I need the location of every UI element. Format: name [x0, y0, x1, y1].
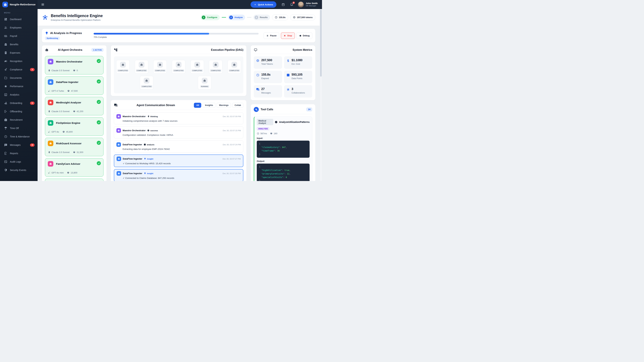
message-card[interactable]: Maestro OrchestratorthinkingDec 30, 02:0…	[114, 112, 243, 124]
agent-tokens: 31,500	[73, 151, 83, 153]
monitor-icon	[254, 48, 258, 52]
filter-all[interactable]: All	[194, 103, 201, 108]
sidebar-item-label: Time Off	[10, 127, 19, 130]
robot-icon	[213, 62, 218, 67]
sidebar-item-dashboard[interactable]: Dashboard	[0, 15, 38, 23]
message-card[interactable]: DataFlow IngesteranalysisDec 30, 02:07:2…	[114, 140, 243, 152]
dag-node[interactable]: COMPLETED	[140, 76, 153, 89]
agent-card[interactable]: MedInsight AnalyzerClaude 3.5 Sonnet42,2…	[45, 97, 104, 115]
sidebar-item-time-off[interactable]: Time Off	[0, 124, 38, 132]
pause-button[interactable]: Pause	[264, 32, 279, 39]
sidebar-item-label: Employees	[10, 26, 22, 29]
user-name: John Smith	[306, 2, 318, 5]
metric-label: Messages	[261, 92, 271, 94]
message-card[interactable]: Maestro OrchestratorsuccessDec 30, 02:07…	[114, 126, 243, 138]
agent-card[interactable]: FinOptimize EngineGPT-4o45,800	[45, 117, 104, 136]
sidebar-item-label: Expenses	[10, 51, 20, 54]
tool-calls-count-badge: 24	[306, 107, 312, 111]
stop-button[interactable]: Stop	[281, 32, 295, 39]
scrollbar-thumb[interactable]	[320, 9, 322, 77]
dag-node[interactable]: COMPLETED	[190, 60, 204, 73]
sidebar-item-onboarding[interactable]: Onboarding6	[0, 99, 38, 107]
dag-node[interactable]: COMPLETED	[116, 60, 130, 73]
dag-node[interactable]: COMPLETED	[135, 60, 148, 73]
sidebar-item-performance[interactable]: Performance	[0, 82, 38, 90]
user-avatar[interactable]	[298, 1, 304, 7]
dag-node[interactable]: COMPLETED	[228, 60, 241, 73]
brand-block: Nexgile-RetireSense	[0, 0, 38, 9]
agent-card[interactable]: RiskGuard AssessorClaude 3.5 Sonnet31,50…	[45, 138, 104, 156]
notifications-button[interactable]: 8	[290, 2, 294, 7]
dag-container: COMPLETEDCOMPLETEDCOMPLETEDCOMPLETEDCOMP…	[114, 56, 243, 93]
people-icon	[4, 26, 8, 29]
sidebar-item-recruitment[interactable]: Recruitment	[0, 116, 38, 124]
sidebar-item-employees[interactable]: Employees	[0, 23, 38, 32]
sidebar-item-analytics[interactable]: Analytics	[0, 90, 38, 99]
step-analyze[interactable]: 2Analyze	[228, 14, 245, 20]
briefcase-icon	[4, 118, 8, 121]
menu-toggle-icon[interactable]	[41, 3, 44, 6]
agent-name: MedInsight Analyzer	[56, 101, 81, 104]
bug-icon	[299, 34, 302, 37]
message-text: Initializing comprehensive analysis with…	[122, 120, 241, 122]
dag-node[interactable]: RUNNING	[198, 76, 211, 89]
cube-icon	[67, 90, 70, 92]
sidebar-item-time-attendance[interactable]: Time & Attendance	[0, 132, 38, 141]
metric-value: 27	[261, 87, 271, 91]
step-connector	[222, 17, 226, 17]
sidebar-item-messages[interactable]: Messages8	[0, 141, 38, 149]
dag-node[interactable]: COMPLETED	[209, 60, 222, 73]
sidebar-item-label: Benefits	[10, 43, 18, 46]
system-metrics-panel: System Metrics 207,500Total Tokens$1.108…	[251, 45, 315, 100]
step-results[interactable]: 3Results	[254, 14, 270, 20]
dag-node-status: COMPLETED	[210, 69, 221, 72]
quick-actions-button[interactable]: Quick Actions	[250, 1, 276, 8]
sparkles-icon	[48, 171, 50, 174]
sidebar-item-reports[interactable]: Reports	[0, 149, 38, 158]
sidebar-item-documents[interactable]: Documents	[0, 74, 38, 82]
pipeline-title: Execution Pipeline (DAG)	[211, 48, 243, 51]
sidebar-item-compliance[interactable]: Compliance3	[0, 65, 38, 74]
filter-collab[interactable]: Collab	[232, 103, 243, 108]
dag-node[interactable]: COMPLETED	[153, 60, 167, 73]
message-card[interactable]: DataFlow IngesterinsightDec 30, 02:07:30…	[114, 169, 243, 181]
analysis-progress-banner: AI Analysis in Progress Synthesizing 70%…	[42, 29, 315, 42]
agent-card[interactable]: FamilyCare AdvisorGPT-4o mini13,800	[45, 158, 104, 177]
sidebar-item-benefits[interactable]: Benefits	[0, 40, 38, 49]
sidebar-item-recognition[interactable]: Recognition	[0, 57, 38, 65]
agent-tokens: 13,800	[67, 171, 77, 174]
sidebar-item-audit-logs[interactable]: Audit Logs	[0, 158, 38, 166]
message-type-badge: insight	[144, 172, 153, 174]
sidebar-item-badge: 3	[30, 68, 34, 71]
tool-name: AnalyzeUtilizationPatterns	[279, 121, 310, 123]
agent-card[interactable]: DataFlow IngesterGPT-4 Turbo47,500	[45, 76, 104, 95]
dag-node-status: COMPLETED	[228, 69, 240, 72]
cube-icon	[270, 132, 272, 135]
filter-insights[interactable]: Insights	[202, 103, 215, 108]
main-scrollbar[interactable]	[320, 9, 322, 181]
message-card[interactable]: DataFlow IngesterinsightDec 30, 02:07:27…	[114, 155, 243, 167]
sidebar-item-expenses[interactable]: Expenses	[0, 49, 38, 57]
agent-card[interactable]: Maestro OrchestratorClaude 3.5 Sonnet0	[45, 56, 104, 74]
sidebar-item-payroll[interactable]: Payroll	[0, 32, 38, 40]
agent-tokens: 42,200	[73, 110, 83, 113]
dashboard-icon	[4, 17, 8, 21]
step-configure[interactable]: 1Configure	[200, 14, 220, 20]
message-timestamp: Dec 30, 02:07:30 PM	[222, 172, 241, 174]
debug-button[interactable]: Debug	[296, 32, 312, 39]
tool-call-card[interactable]: Medical AnalystAnalyzeUtilizationPattern…	[254, 116, 312, 181]
sidebar-item-label: Recognition	[10, 60, 22, 62]
dag-node[interactable]: COMPLETED	[172, 60, 185, 73]
calendar-icon[interactable]	[282, 3, 285, 6]
sidebar-item-security-events[interactable]: Security Events	[0, 166, 38, 174]
cube-icon	[67, 171, 70, 174]
bulb-icon	[144, 172, 146, 174]
sidebar-item-offboarding[interactable]: Offboarding	[0, 107, 38, 116]
chat-icon	[4, 143, 8, 147]
agent-tokens: 47,500	[67, 90, 78, 92]
filter-warnings[interactable]: Warnings	[217, 103, 231, 108]
tool-calls-panel: Tool Calls 24 Medical AnalystAnalyzeUtil…	[251, 104, 315, 181]
receipt-icon	[4, 51, 8, 54]
code-block: {"claimsHistory": 847,"timeframe": 36}	[257, 141, 310, 158]
step-number: 2	[229, 15, 233, 19]
